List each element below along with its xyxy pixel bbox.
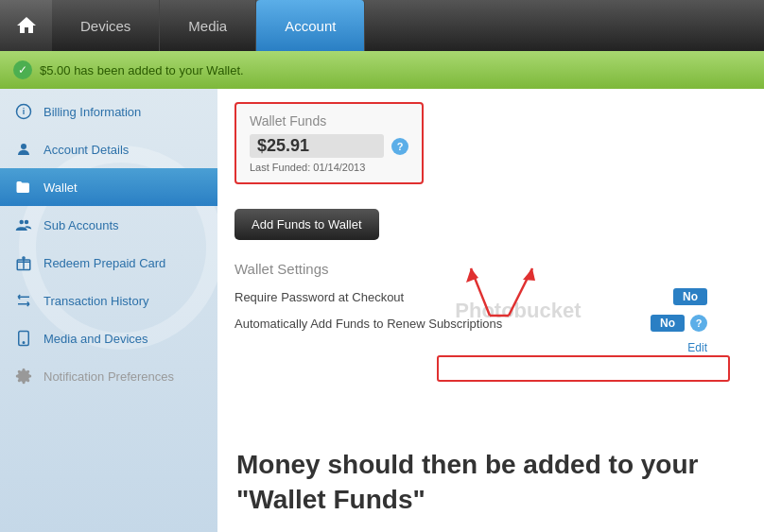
svg-point-2	[21, 144, 26, 149]
gear-icon	[13, 366, 34, 386]
last-funded: Last Funded: 01/14/2013	[250, 162, 408, 173]
users-icon	[13, 215, 34, 235]
device-icon	[13, 328, 34, 349]
wallet-funds-title: Wallet Funds	[250, 113, 408, 129]
sidebar: i Billing Information Account Details Wa…	[0, 89, 217, 532]
svg-point-3	[20, 220, 25, 225]
sidebar-item-redeem[interactable]: Redeem Prepaid Card	[0, 244, 217, 282]
sidebar-item-billing[interactable]: i Billing Information	[0, 93, 217, 130]
tab-media[interactable]: Media	[160, 0, 256, 51]
sidebar-item-media-devices[interactable]: Media and Devices	[0, 319, 217, 357]
home-button[interactable]	[0, 0, 52, 51]
wallet-funds-box: Wallet Funds $25.91 ? Last Funded: 01/14…	[234, 102, 424, 184]
tab-devices[interactable]: Devices	[52, 0, 160, 51]
gift-icon	[13, 252, 34, 273]
sidebar-item-account-details[interactable]: Account Details	[0, 130, 217, 168]
content-area: Wallet Funds $25.91 ? Last Funded: 01/14…	[217, 89, 764, 532]
wallet-settings-title: Wallet Settings	[234, 261, 747, 277]
add-funds-button[interactable]: Add Funds to Wallet	[234, 209, 379, 240]
wallet-amount: $25.91	[250, 134, 384, 158]
require-password-value[interactable]: No	[673, 288, 707, 305]
user-icon	[13, 139, 34, 160]
sidebar-item-wallet[interactable]: Wallet	[0, 168, 217, 206]
require-password-label: Require Password at Checkout	[234, 290, 404, 304]
sidebar-item-sub-accounts[interactable]: Sub Accounts	[0, 206, 217, 244]
tab-account[interactable]: Account	[256, 0, 365, 51]
top-navigation: Devices Media Account	[0, 0, 764, 51]
home-icon	[15, 14, 38, 37]
wallet-info-icon[interactable]: ?	[391, 138, 408, 155]
sidebar-item-transaction[interactable]: Transaction History	[0, 282, 217, 319]
require-password-row: Require Password at Checkout No	[234, 288, 707, 305]
require-password-red-box	[437, 355, 730, 382]
info-circle-icon: i	[13, 101, 34, 122]
auto-add-label: Automatically Add Funds to Renew Subscri…	[234, 317, 502, 331]
arrows-icon	[13, 290, 34, 311]
sidebar-item-notifications[interactable]: Notification Preferences	[0, 357, 217, 395]
svg-text:i: i	[23, 107, 26, 116]
auto-add-value[interactable]: No	[651, 315, 685, 332]
auto-add-info-icon[interactable]: ?	[690, 315, 707, 332]
svg-point-4	[25, 220, 29, 225]
overlay-annotation: Money should then be added to your "Wall…	[217, 433, 764, 532]
main-layout: i Billing Information Account Details Wa…	[0, 89, 764, 532]
wallet-settings-section: Wallet Settings Require Password at Chec…	[234, 261, 747, 354]
auto-add-row: Automatically Add Funds to Renew Subscri…	[234, 315, 707, 332]
banner-message: $5.00 has been added to your Wallet.	[40, 63, 244, 77]
svg-point-7	[23, 342, 25, 344]
check-icon: ✓	[13, 60, 32, 79]
folder-icon	[13, 177, 34, 197]
success-banner: ✓ $5.00 has been added to your Wallet.	[0, 51, 764, 89]
edit-link[interactable]: Edit	[234, 341, 707, 354]
